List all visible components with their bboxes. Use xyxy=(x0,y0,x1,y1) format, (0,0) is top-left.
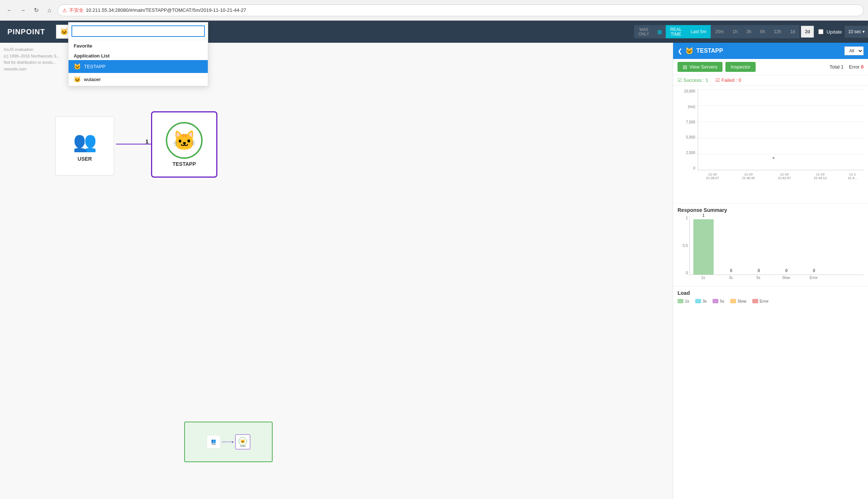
bar-xlabel-error: Error xyxy=(804,276,824,280)
y-label-7500: 7,500 xyxy=(678,120,695,124)
forward-button[interactable]: → xyxy=(18,5,28,15)
time-controls: WAS ONLY ▦ REAL TIME Last 5m 20m 1h 3h 6… xyxy=(634,25,868,38)
load-legend: 1s 3s 5s Slow Error xyxy=(678,299,864,303)
warning-text: 不安全 xyxy=(69,7,84,14)
bar-top-1: 1 xyxy=(703,213,705,217)
grid-view-button[interactable]: ▦ xyxy=(654,25,666,38)
panel-app-name: TESTAPP xyxy=(696,48,841,54)
load-title: Load xyxy=(678,290,864,296)
20m-button[interactable]: 20m xyxy=(711,25,728,38)
legend-slow: Slow xyxy=(730,299,746,303)
testapp-node[interactable]: 🐱 TESTAPP xyxy=(151,111,217,178)
x-label-3: 11-1021:41:57 xyxy=(770,172,799,180)
bar-xlabel-5s: 5s xyxy=(748,276,769,280)
view-servers-button[interactable]: ▤ View Servers xyxy=(678,62,722,72)
failed-stat: ☑ Failed : 0 xyxy=(715,77,741,83)
panel-actions: ▤ View Servers Inspector Total 1 Error 0 xyxy=(673,59,868,75)
back-button[interactable]: ← xyxy=(4,5,15,15)
home-button[interactable]: ⌂ xyxy=(44,5,55,15)
load-section: Load 1s 3s 5s Slow xyxy=(673,286,868,307)
dropdown-applist-label: Application List xyxy=(69,50,208,60)
success-stat: ☑ Success : 1 xyxy=(678,77,708,83)
main-layout: GoJS evaluation (c) 1998–2016 Northwoods… xyxy=(0,43,868,499)
time-interval-select[interactable]: 10 sec ▾ xyxy=(845,26,868,38)
dropdown-item-wulaoer[interactable]: 🐱 wulaoer xyxy=(69,73,208,86)
bar-top-2: 0 xyxy=(730,269,732,273)
legend-3s: 3s xyxy=(695,299,707,303)
panel-header: ❮ 🐱 TESTAPP All xyxy=(673,43,868,59)
legend-color-1s xyxy=(678,299,683,303)
failed-checkbox-icon: ☑ xyxy=(715,77,720,83)
6h-button[interactable]: 6h xyxy=(756,25,769,38)
refresh-button[interactable]: ↻ xyxy=(31,5,41,15)
dropdown-item-testapp[interactable]: 🐱 TESTAPP xyxy=(69,60,208,73)
legend-color-3s xyxy=(695,299,701,303)
bar-top-5: 0 xyxy=(813,269,815,273)
was-only-button[interactable]: WAS ONLY xyxy=(634,25,654,38)
bar-1s xyxy=(693,219,714,275)
bar-y-1: 1 xyxy=(678,216,688,220)
2d-button[interactable]: 2d xyxy=(801,26,814,38)
realtime-button[interactable]: REAL TIME xyxy=(666,25,686,38)
panel-app-icon: 🐱 xyxy=(685,47,693,55)
y-label-ms: (ms) xyxy=(678,105,695,109)
1h-button[interactable]: 1h xyxy=(728,25,742,38)
testapp-label: TESTAPP xyxy=(172,161,196,167)
bar-top-4: 0 xyxy=(785,269,788,273)
user-icon: 👥 xyxy=(73,130,97,153)
panel-collapse-button[interactable]: ❮ xyxy=(678,48,682,55)
x-label-5: 11-121:4... xyxy=(841,172,864,180)
legend-error: Error xyxy=(752,299,769,303)
testapp-dropdown-icon: 🐱 xyxy=(74,63,81,70)
1d-button[interactable]: 1d xyxy=(786,25,799,38)
legend-5s: 5s xyxy=(713,299,724,303)
inspector-button[interactable]: Inspector xyxy=(725,62,755,72)
time-series-chart: 10,000 (ms) 7,500 5,000 2,500 0 xyxy=(673,86,868,203)
bar-y-05: 0.5 xyxy=(678,244,688,248)
address-bar[interactable]: ⚠ 不安全 10.211.55.34:28080/#/main/TESTAPP@… xyxy=(57,4,864,16)
update-section: Update 10 sec ▾ xyxy=(818,26,868,38)
panel-stats: ☑ Success : 1 ☑ Failed : 0 xyxy=(673,75,868,86)
last5m-button[interactable]: Last 5m xyxy=(686,25,711,38)
3h-button[interactable]: 3h xyxy=(742,25,756,38)
legend-color-slow xyxy=(730,299,736,303)
watermark: GoJS evaluation (c) 1998–2016 Northwoods… xyxy=(4,46,60,72)
tomcat-icon: 🐱 xyxy=(166,122,203,159)
browser-chrome: ← → ↻ ⌂ ⚠ 不安全 10.211.55.34:28080/#/main/… xyxy=(0,0,868,21)
mini-map: 👥 USER 1 ▶ 🐱 TESTAPP xyxy=(184,422,273,462)
y-label-0: 0 xyxy=(678,166,695,170)
response-summary-section: Response Summary 1 0.5 0 1 xyxy=(673,203,868,286)
success-checkbox-icon: ☑ xyxy=(678,77,682,83)
y-label-10000: 10,000 xyxy=(678,89,695,93)
panel-total: Total 1 Error 0 xyxy=(829,64,864,70)
url-text: 10.211.55.34:28080/#/main/TESTAPP@TOMCAT… xyxy=(86,7,246,13)
canvas-area: GoJS evaluation (c) 1998–2016 Northwoods… xyxy=(0,43,673,499)
tomcat-emoji: 🐱 xyxy=(172,129,196,152)
dropdown-search xyxy=(69,22,208,40)
edge-count: 1 xyxy=(146,139,148,144)
dropdown-search-input[interactable] xyxy=(71,25,205,37)
app-selector-icon: 🐱 xyxy=(60,28,68,36)
bar-xlabel-slow: Slow xyxy=(776,276,796,280)
bar-y-0: 0 xyxy=(678,271,688,275)
legend-color-error xyxy=(752,299,758,303)
bar-xlabel-3s: 3s xyxy=(721,276,741,280)
user-label: USER xyxy=(78,156,92,162)
dropdown-favorite-label: Favorite xyxy=(69,40,208,50)
x-label-2: 11-1021:40:42 xyxy=(734,172,763,180)
wulaoer-dropdown-icon: 🐱 xyxy=(74,76,81,83)
x-label-1: 11-1021:39:27 xyxy=(698,172,727,180)
update-checkbox[interactable] xyxy=(818,29,823,34)
update-label: Update xyxy=(826,29,842,35)
response-summary-title: Response Summary xyxy=(678,207,864,213)
user-node[interactable]: 👥 USER xyxy=(55,116,114,175)
legend-color-5s xyxy=(713,299,718,303)
12h-button[interactable]: 12h xyxy=(770,25,786,38)
panel-filter-select[interactable]: All xyxy=(844,46,864,55)
warning-icon: ⚠ xyxy=(62,7,67,13)
legend-1s: 1s xyxy=(678,299,689,303)
pinpoint-logo: PINPOINT xyxy=(0,21,52,43)
bar-xlabel-1s: 1s xyxy=(693,276,713,280)
server-icon: ▤ xyxy=(683,64,687,70)
app-dropdown: Favorite Application List 🐱 TESTAPP 🐱 wu… xyxy=(68,22,208,86)
